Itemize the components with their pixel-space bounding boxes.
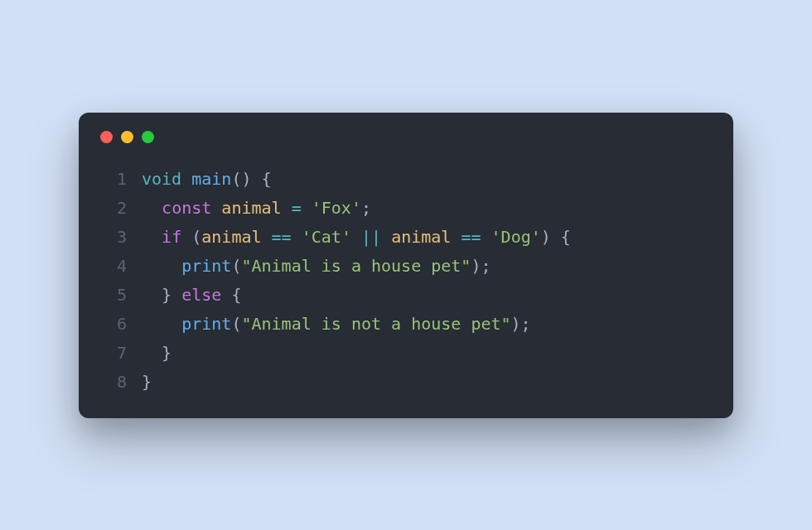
code-token: == <box>272 227 292 247</box>
line-number: 6 <box>100 310 127 339</box>
code-token: = <box>292 198 302 218</box>
code-token: animal <box>391 227 451 247</box>
code-token: () { <box>231 169 271 189</box>
code-token <box>142 227 162 247</box>
line-number: 8 <box>100 368 127 397</box>
line-content: if (animal == 'Cat' || animal == 'Dog') … <box>142 223 712 252</box>
code-token: || <box>361 227 381 247</box>
code-area: 1void main() {2 const animal = 'Fox';3 i… <box>100 165 712 397</box>
line-content: } <box>142 339 712 368</box>
code-token: } <box>142 285 181 305</box>
code-token: main <box>191 169 231 189</box>
close-icon[interactable] <box>100 131 113 143</box>
line-number: 1 <box>100 165 127 194</box>
line-number: 5 <box>100 281 127 310</box>
code-token <box>451 227 461 247</box>
code-token: ); <box>471 256 491 276</box>
code-token: ) { <box>541 227 571 247</box>
code-token: } <box>142 372 152 392</box>
code-token: void <box>142 169 181 189</box>
code-token: "Animal is not a house pet" <box>241 314 510 334</box>
minimize-icon[interactable] <box>121 131 133 143</box>
code-token <box>282 198 292 218</box>
line-content: } else { <box>142 281 712 310</box>
code-token: print <box>181 256 231 276</box>
code-token <box>142 314 181 334</box>
code-token <box>351 227 361 247</box>
code-token <box>181 169 191 189</box>
code-token <box>142 256 181 276</box>
code-line: 5 } else { <box>100 281 712 310</box>
code-line: 1void main() { <box>100 165 712 194</box>
window-controls <box>100 131 712 143</box>
code-line: 3 if (animal == 'Cat' || animal == 'Dog'… <box>100 223 712 252</box>
code-token <box>211 198 221 218</box>
code-token <box>381 227 391 247</box>
code-token: ( <box>231 256 241 276</box>
code-token: ; <box>361 198 371 218</box>
code-token: print <box>181 314 231 334</box>
code-window: 1void main() {2 const animal = 'Fox';3 i… <box>79 113 733 418</box>
code-token: const <box>162 198 211 218</box>
code-line: 6 print("Animal is not a house pet"); <box>100 310 712 339</box>
line-content: void main() { <box>142 165 712 194</box>
code-token: if <box>162 227 181 247</box>
maximize-icon[interactable] <box>142 131 154 143</box>
line-content: print("Animal is a house pet"); <box>142 252 712 281</box>
code-token <box>292 227 302 247</box>
code-token: animal <box>201 227 261 247</box>
code-token: animal <box>221 198 281 218</box>
line-content: } <box>142 368 712 397</box>
code-token: == <box>461 227 481 247</box>
line-number: 7 <box>100 339 127 368</box>
line-number: 4 <box>100 252 127 281</box>
code-token: ( <box>231 314 241 334</box>
code-token <box>142 198 162 218</box>
code-token <box>481 227 491 247</box>
code-token: } <box>142 343 172 363</box>
code-line: 2 const animal = 'Fox'; <box>100 194 712 223</box>
code-line: 7 } <box>100 339 712 368</box>
code-token: ); <box>511 314 531 334</box>
line-content: const animal = 'Fox'; <box>142 194 712 223</box>
code-token <box>302 198 312 218</box>
code-token <box>262 227 272 247</box>
code-token: { <box>221 285 241 305</box>
code-token: 'Fox' <box>312 198 361 218</box>
code-token: 'Cat' <box>302 227 351 247</box>
code-token: else <box>181 285 221 305</box>
code-line: 8} <box>100 368 712 397</box>
code-token: 'Dog' <box>491 227 541 247</box>
code-token: ( <box>181 227 201 247</box>
line-number: 3 <box>100 223 127 252</box>
line-number: 2 <box>100 194 127 223</box>
code-token: "Animal is a house pet" <box>241 256 471 276</box>
line-content: print("Animal is not a house pet"); <box>142 310 712 339</box>
code-line: 4 print("Animal is a house pet"); <box>100 252 712 281</box>
